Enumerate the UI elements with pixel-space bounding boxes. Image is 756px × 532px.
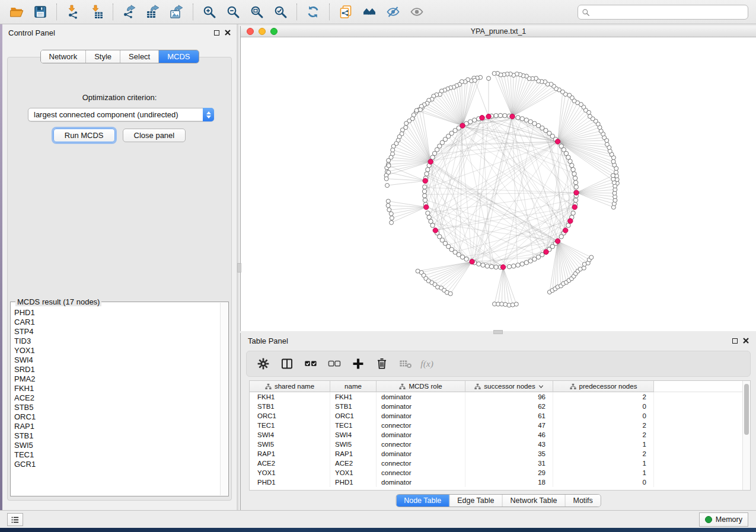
tab-network-table[interactable]: Network Table bbox=[503, 495, 566, 507]
run-mcds-button[interactable]: Run MCDS bbox=[53, 129, 115, 142]
export-table-button[interactable] bbox=[143, 2, 163, 21]
cell-MCDS-role[interactable]: connector bbox=[377, 459, 465, 468]
cell-shared-name[interactable]: TEC1 bbox=[250, 421, 330, 430]
table-row[interactable]: SWI4SWI4dominator462 bbox=[250, 430, 750, 440]
cell-MCDS-role[interactable]: dominator bbox=[377, 402, 465, 411]
zoom-selected-button[interactable] bbox=[270, 2, 291, 21]
column-header-MCDS-role[interactable]: MCDS role bbox=[377, 381, 465, 392]
zoom-fit-button[interactable] bbox=[247, 2, 267, 21]
cell-name[interactable]: STB1 bbox=[330, 402, 377, 411]
vertical-splitter-handle[interactable] bbox=[237, 263, 241, 273]
mcds-result-item[interactable]: STB5 bbox=[14, 403, 220, 412]
cell-name[interactable]: SWI5 bbox=[330, 440, 377, 449]
mcds-result-item[interactable]: PHD1 bbox=[14, 308, 220, 318]
result-scrollbar[interactable] bbox=[220, 303, 228, 495]
criterion-dropdown[interactable]: largest connected component (undirected) bbox=[28, 108, 214, 121]
cell-successor-nodes[interactable]: 35 bbox=[465, 449, 553, 459]
cell-name[interactable]: PHD1 bbox=[330, 477, 377, 487]
cell-predecessor-nodes[interactable]: 0 bbox=[553, 402, 654, 411]
mcds-result-item[interactable]: PMA2 bbox=[14, 374, 220, 384]
cell-shared-name[interactable]: SWI5 bbox=[250, 440, 330, 449]
cell-predecessor-nodes[interactable]: 1 bbox=[553, 440, 654, 449]
tab-edge-table[interactable]: Edge Table bbox=[449, 495, 502, 507]
show-columns-button[interactable] bbox=[276, 353, 298, 374]
table-row[interactable]: SWI5SWI5connector431 bbox=[250, 440, 750, 449]
column-header-successor-nodes[interactable]: successor nodes bbox=[465, 381, 553, 392]
cell-successor-nodes[interactable]: 46 bbox=[465, 430, 553, 440]
cell-MCDS-role[interactable]: dominator bbox=[377, 477, 465, 487]
cell-MCDS-role[interactable]: connector bbox=[377, 468, 465, 477]
show-panel-button[interactable] bbox=[407, 2, 427, 21]
cell-name[interactable]: ORC1 bbox=[330, 411, 377, 421]
cell-shared-name[interactable]: ACE2 bbox=[250, 459, 330, 468]
mcds-result-item[interactable]: FKH1 bbox=[14, 384, 220, 393]
tab-style[interactable]: Style bbox=[86, 50, 120, 63]
zoom-out-button[interactable] bbox=[223, 2, 243, 21]
cell-MCDS-role[interactable]: dominator bbox=[377, 430, 465, 440]
cell-shared-name[interactable]: RAP1 bbox=[250, 449, 330, 459]
cell-name[interactable]: SWI4 bbox=[330, 430, 377, 440]
table-row[interactable]: STB1STB1dominator620 bbox=[250, 402, 750, 411]
cell-successor-nodes[interactable]: 31 bbox=[465, 459, 553, 468]
search-input[interactable] bbox=[592, 8, 744, 17]
hide-panel-button[interactable] bbox=[383, 2, 403, 21]
cell-name[interactable]: TEC1 bbox=[330, 421, 377, 430]
cell-shared-name[interactable]: ORC1 bbox=[250, 411, 330, 421]
mcds-result-item[interactable]: STB1 bbox=[14, 431, 220, 441]
mcds-result-item[interactable]: SWI4 bbox=[14, 355, 220, 365]
mcds-result-item[interactable]: SWI5 bbox=[14, 441, 220, 450]
mcds-result-item[interactable]: ORC1 bbox=[14, 412, 220, 422]
export-image-button[interactable] bbox=[167, 2, 187, 21]
open-session-button[interactable] bbox=[7, 2, 27, 21]
cell-name[interactable]: ACE2 bbox=[330, 459, 377, 468]
search-field[interactable] bbox=[578, 5, 748, 20]
cell-successor-nodes[interactable]: 61 bbox=[465, 411, 553, 421]
import-network-button[interactable] bbox=[63, 2, 83, 21]
column-header-name[interactable]: name bbox=[330, 381, 377, 392]
select-all-columns-button[interactable] bbox=[300, 353, 321, 374]
cell-shared-name[interactable]: YOX1 bbox=[250, 468, 330, 477]
cell-successor-nodes[interactable]: 18 bbox=[465, 477, 553, 487]
float-table-panel-icon[interactable] bbox=[732, 338, 738, 344]
cell-predecessor-nodes[interactable]: 1 bbox=[553, 468, 654, 477]
cell-MCDS-role[interactable]: dominator bbox=[377, 411, 465, 421]
cell-predecessor-nodes[interactable]: 2 bbox=[553, 430, 654, 440]
cell-successor-nodes[interactable]: 29 bbox=[465, 468, 553, 477]
table-row[interactable]: RAP1RAP1dominator352 bbox=[250, 449, 750, 459]
memory-button[interactable]: Memory bbox=[699, 512, 748, 527]
mcds-result-list[interactable]: PHD1CAR1STP4TID3YOX1SWI4SRD1PMA2FKH1ACE2… bbox=[14, 308, 220, 495]
cell-predecessor-nodes[interactable]: 1 bbox=[553, 459, 654, 468]
add-column-button[interactable] bbox=[347, 353, 369, 374]
cell-successor-nodes[interactable]: 96 bbox=[465, 392, 553, 402]
tab-network[interactable]: Network bbox=[40, 50, 86, 63]
cell-name[interactable]: YOX1 bbox=[330, 468, 377, 477]
mcds-result-item[interactable]: STP4 bbox=[14, 327, 220, 336]
network-canvas[interactable] bbox=[241, 38, 756, 331]
close-panel-button[interactable]: Close panel bbox=[123, 129, 186, 142]
cell-name[interactable]: FKH1 bbox=[330, 392, 377, 402]
mcds-result-item[interactable]: SRD1 bbox=[14, 365, 220, 374]
close-panel-icon[interactable] bbox=[225, 30, 231, 36]
mcds-result-item[interactable]: RAP1 bbox=[14, 422, 220, 431]
mcds-result-item[interactable]: CAR1 bbox=[14, 318, 220, 327]
column-header-predecessor-nodes[interactable]: predecessor nodes bbox=[553, 381, 654, 392]
tab-node-table[interactable]: Node Table bbox=[396, 495, 449, 507]
table-row[interactable]: TEC1TEC1connector472 bbox=[250, 421, 750, 430]
search-network-button[interactable] bbox=[359, 2, 379, 21]
mcds-result-item[interactable]: TID3 bbox=[14, 336, 220, 346]
table-row[interactable]: ORC1ORC1dominator610 bbox=[250, 411, 750, 421]
cell-successor-nodes[interactable]: 62 bbox=[465, 402, 553, 411]
mcds-result-item[interactable]: YOX1 bbox=[14, 346, 220, 355]
table-settings-button[interactable] bbox=[253, 353, 274, 374]
cell-name[interactable]: RAP1 bbox=[330, 449, 377, 459]
table-row[interactable]: FKH1FKH1dominator962 bbox=[250, 392, 750, 402]
cell-predecessor-nodes[interactable]: 2 bbox=[553, 421, 654, 430]
mcds-result-item[interactable]: GCR1 bbox=[14, 460, 220, 469]
refresh-button[interactable] bbox=[303, 2, 323, 21]
zoom-in-button[interactable] bbox=[199, 2, 219, 21]
cell-predecessor-nodes[interactable]: 2 bbox=[553, 449, 654, 459]
table-scrollbar[interactable] bbox=[742, 381, 750, 490]
float-panel-icon[interactable] bbox=[214, 30, 219, 36]
close-table-panel-icon[interactable] bbox=[743, 338, 749, 344]
cell-successor-nodes[interactable]: 43 bbox=[465, 440, 553, 449]
